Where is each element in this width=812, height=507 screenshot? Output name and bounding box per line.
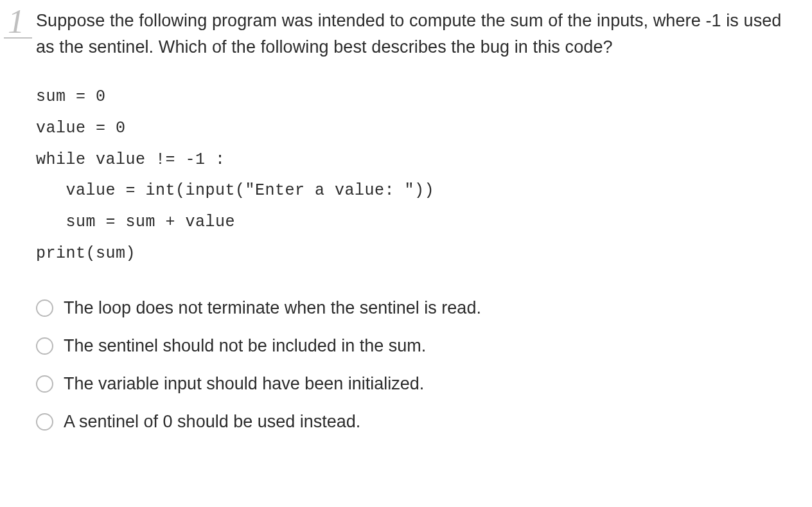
option-2[interactable]: The sentinel should not be included in t… bbox=[36, 335, 786, 357]
radio-icon bbox=[36, 337, 53, 355]
question-prompt: Suppose the following program was intend… bbox=[36, 8, 786, 60]
radio-icon bbox=[36, 413, 53, 431]
question-number: 1 bbox=[8, 5, 24, 39]
radio-icon bbox=[36, 375, 53, 393]
option-3[interactable]: The variable input should have been init… bbox=[36, 373, 786, 395]
option-1[interactable]: The loop does not terminate when the sen… bbox=[36, 297, 786, 319]
question-page: 1 Suppose the following program was inte… bbox=[0, 0, 812, 459]
radio-icon bbox=[36, 299, 53, 317]
option-label: The variable input should have been init… bbox=[64, 373, 424, 395]
option-label: A sentinel of 0 should be used instead. bbox=[64, 411, 360, 433]
option-label: The loop does not terminate when the sen… bbox=[64, 297, 481, 319]
options-list: The loop does not terminate when the sen… bbox=[36, 297, 786, 433]
option-4[interactable]: A sentinel of 0 should be used instead. bbox=[36, 411, 786, 433]
code-block: sum = 0 value = 0 while value != -1 : va… bbox=[36, 82, 786, 270]
option-label: The sentinel should not be included in t… bbox=[64, 335, 426, 357]
question-number-underline bbox=[4, 37, 32, 39]
